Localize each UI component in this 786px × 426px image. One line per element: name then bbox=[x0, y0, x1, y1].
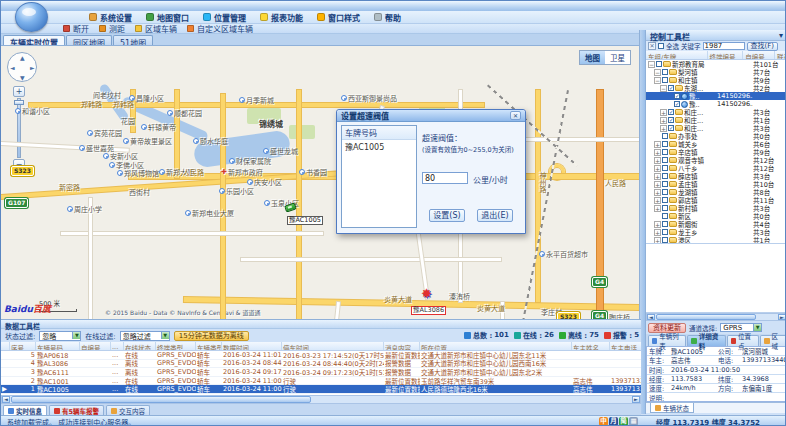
select-all-checkbox[interactable] bbox=[658, 43, 664, 49]
table-hscrollbar[interactable]: ◄ ► bbox=[1, 395, 641, 404]
tree-expand-icon[interactable]: − bbox=[654, 77, 661, 84]
tab-详细资料[interactable]: 详细资料 bbox=[687, 335, 725, 346]
tree-checkbox[interactable] bbox=[662, 237, 668, 243]
tree-expand-icon[interactable]: + bbox=[660, 109, 667, 116]
tree-checkbox[interactable] bbox=[662, 69, 668, 75]
panel-collapse-icon[interactable]: ▾ bbox=[779, 31, 783, 39]
scroll-thumb[interactable] bbox=[656, 314, 756, 320]
app-logo-orb[interactable] bbox=[15, 2, 48, 32]
tree-checkbox[interactable] bbox=[662, 213, 668, 219]
table-column-header[interactable]: ... bbox=[111, 342, 124, 350]
map-pan-control[interactable]: ▲ ▼ ◄ ► bbox=[7, 52, 37, 82]
scroll-right-icon[interactable]: ► bbox=[778, 314, 786, 320]
tree-expand-icon[interactable]: + bbox=[654, 189, 661, 196]
menu-item[interactable]: 地图窗口 bbox=[146, 12, 189, 23]
map-type-button[interactable]: 地图 bbox=[580, 51, 605, 64]
pan-up-icon[interactable]: ▲ bbox=[20, 54, 25, 61]
tree-expand-icon[interactable] bbox=[666, 93, 673, 100]
tree-checkbox[interactable] bbox=[662, 173, 668, 179]
chevron-down-icon[interactable]: ▼ bbox=[161, 332, 169, 339]
pan-down-icon[interactable]: ▼ bbox=[20, 74, 25, 81]
tree-expand-icon[interactable]: + bbox=[654, 229, 661, 236]
tree-checkbox[interactable] bbox=[662, 133, 668, 139]
tree-checkbox[interactable]: ✓ bbox=[668, 85, 674, 91]
panel-close-icon[interactable]: ✕ bbox=[648, 42, 656, 50]
tree-expand-icon[interactable] bbox=[654, 213, 661, 220]
tree-column-header[interactable]: 自编号 bbox=[743, 51, 775, 59]
ime-icon[interactable]: 简 bbox=[619, 417, 628, 426]
table-column-header[interactable]: 车主电话 bbox=[610, 342, 641, 350]
tree-expand-icon[interactable]: + bbox=[654, 205, 661, 212]
vehicle-plate-label[interactable]: 豫AC1005 bbox=[287, 216, 323, 225]
tree-expand-icon[interactable]: + bbox=[654, 173, 661, 180]
tab-vehicle-status[interactable]: 车辆状态 bbox=[650, 403, 694, 413]
table-row[interactable]: ▶1豫AC1005...在线GPRS_EVDO轿车2016-03-24 11:0… bbox=[1, 385, 641, 394]
table-column-header[interactable]: 所在位置 bbox=[420, 342, 572, 350]
tab-车辆列表[interactable]: 车辆列表 bbox=[648, 335, 686, 346]
tree-column-header[interactable]: 联系.. bbox=[775, 51, 786, 59]
menu-item[interactable]: 位置管理 bbox=[203, 12, 246, 23]
tree-checkbox[interactable]: ✓ bbox=[668, 125, 674, 131]
pan-left-icon[interactable]: ◄ bbox=[10, 64, 15, 71]
tab-交互内容[interactable]: 交互内容 bbox=[106, 405, 150, 415]
tree-checkbox[interactable] bbox=[662, 77, 668, 83]
toolbar-button[interactable]: 区域车辆 bbox=[135, 23, 177, 34]
chevron-down-icon[interactable]: ▼ bbox=[753, 324, 761, 331]
scroll-right-icon[interactable]: ► bbox=[632, 396, 640, 403]
tree-checkbox[interactable] bbox=[662, 165, 668, 171]
scroll-left-icon[interactable]: ◄ bbox=[647, 314, 655, 320]
ime-icon[interactable]: ▦ bbox=[629, 417, 638, 426]
tree-expand-icon[interactable]: + bbox=[654, 237, 661, 244]
tree-expand-icon[interactable]: + bbox=[654, 181, 661, 188]
tab-位置点[interactable]: 位置点 bbox=[727, 335, 760, 346]
plate-list-item[interactable]: 豫AC1005 bbox=[342, 140, 416, 153]
menu-item[interactable]: 系统设置 bbox=[89, 12, 132, 23]
tree-row[interactable]: +港区共1台 bbox=[646, 236, 786, 244]
tree-expand-icon[interactable] bbox=[654, 133, 661, 140]
table-column-header[interactable]: 终端类型 bbox=[156, 342, 196, 350]
tree-expand-icon[interactable]: + bbox=[654, 141, 661, 148]
tree-checkbox[interactable]: ✓ bbox=[668, 109, 674, 115]
dialog-titlebar[interactable]: 设置超速阀值 ✕ bbox=[337, 110, 525, 122]
tree-expand-icon[interactable]: + bbox=[654, 197, 661, 204]
tree-expand-icon[interactable]: − bbox=[648, 61, 655, 68]
tree-expand-icon[interactable]: + bbox=[654, 165, 661, 172]
tree-checkbox[interactable] bbox=[662, 197, 668, 203]
tree-column-header[interactable]: 车组/车牌 bbox=[646, 51, 708, 59]
tree-checkbox[interactable] bbox=[662, 205, 668, 211]
toolbar-button[interactable]: 测距 bbox=[99, 23, 125, 34]
offline-rule-button[interactable]: 15分钟无数据为离线 bbox=[174, 331, 249, 341]
tree-expand-icon[interactable]: + bbox=[654, 157, 661, 164]
tab-1[interactable]: 车辆实时位置 bbox=[3, 35, 65, 45]
status-filter-select[interactable]: 忽略 ▼ bbox=[39, 331, 81, 341]
tab-有5辆车报警[interactable]: 有5辆车报警 bbox=[49, 405, 104, 415]
tab-区域[interactable]: 区域 bbox=[760, 335, 786, 346]
table-column-header[interactable]: 消息内容 bbox=[384, 342, 420, 350]
dialog-ok-button[interactable]: 设置(S) bbox=[429, 209, 465, 222]
table-column-header[interactable]: 自编号 bbox=[80, 342, 111, 350]
tree-checkbox[interactable] bbox=[662, 181, 668, 187]
map-canvas[interactable]: ▲ ▼ ◄ ► + − 地图卫星 500 米 Baidu百度 © 2015 Ba… bbox=[1, 45, 639, 319]
keyword-input[interactable] bbox=[703, 42, 745, 50]
tab-3[interactable]: 51地图 bbox=[113, 35, 153, 45]
tree-hscrollbar[interactable]: ◄ ► bbox=[646, 313, 786, 321]
tab-实时信息[interactable]: 实时信息 bbox=[3, 405, 47, 415]
zoom-slider-handle[interactable] bbox=[14, 100, 24, 105]
pan-right-icon[interactable]: ► bbox=[30, 64, 35, 71]
menu-item[interactable]: 报表功能 bbox=[260, 12, 303, 23]
tree-checkbox[interactable] bbox=[662, 141, 668, 147]
tree-checkbox[interactable] bbox=[662, 157, 668, 163]
menu-item[interactable]: 帮助 bbox=[374, 12, 401, 23]
table-column-header[interactable]: 在线状态 bbox=[124, 342, 156, 350]
scroll-thumb[interactable] bbox=[11, 396, 311, 403]
tree-expand-icon[interactable] bbox=[666, 101, 673, 108]
table-column-header[interactable]: 序号 bbox=[10, 342, 36, 350]
menu-item[interactable]: 窗口样式 bbox=[317, 12, 360, 23]
tree-checkbox[interactable]: ✓ bbox=[668, 117, 674, 123]
table-column-header[interactable]: 数据时间 bbox=[222, 342, 282, 350]
tree-checkbox[interactable]: ✓ bbox=[674, 101, 680, 107]
tree-checkbox[interactable] bbox=[662, 149, 668, 155]
ime-icon[interactable]: 中 bbox=[599, 417, 608, 426]
vehicle-marker-icon[interactable] bbox=[284, 202, 297, 212]
ime-icon[interactable]: 月 bbox=[609, 417, 618, 426]
